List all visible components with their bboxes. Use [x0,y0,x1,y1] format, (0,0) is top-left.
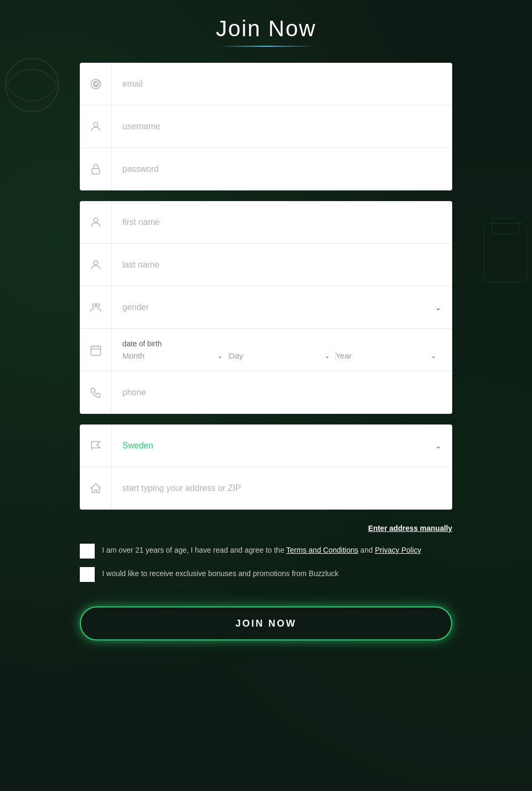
svg-point-7 [94,218,98,222]
firstname-row [80,201,452,244]
gender-select[interactable]: gender Male Female Other [122,303,442,312]
join-now-button[interactable]: JOIN NOW [80,606,452,640]
phone-input[interactable] [122,384,442,402]
checkbox-row-2: I would like to receive exclusive bonuse… [80,567,452,582]
checkbox-row-1: I am over 21 years of age, I have read a… [80,544,452,559]
submit-section: JOIN NOW [80,606,452,640]
user-icon-3 [80,244,112,286]
email-row: @ [80,63,452,105]
form-card-credentials: @ [80,63,452,190]
dob-row: date of birth Month JanuaryFebruaryMarch… [80,329,452,371]
phone-icon [80,371,112,414]
phone-field-wrap [112,384,452,402]
privacy-link[interactable]: Privacy Policy [375,546,421,554]
home-icon [80,467,112,510]
username-field-wrap [112,118,452,136]
day-select[interactable]: Day for(let i=1;i<=31;i++) document.writ… [229,351,330,360]
svg-rect-6 [92,169,99,174]
promotions-checkbox[interactable] [80,567,95,582]
email-input[interactable] [122,75,442,93]
calendar-icon [80,329,112,371]
phone-row [80,371,452,414]
dob-label: date of birth [122,339,162,348]
svg-point-9 [93,304,96,307]
enter-address-section: Enter address manually [80,523,452,533]
svg-rect-1 [484,223,527,282]
lastname-input[interactable] [122,256,442,274]
gender-row: gender Male Female Other ⌄ [80,286,452,329]
year-select-wrap: Year for(let i=2005;i>=1920;i--) documen… [336,351,442,360]
users-icon [80,286,112,328]
user-icon-2 [80,201,112,243]
title-underline [218,46,314,47]
svg-point-8 [94,261,98,265]
svg-point-10 [96,304,99,307]
password-row [80,148,452,190]
lastname-field-wrap [112,256,452,274]
year-select[interactable]: Year for(let i=2005;i>=1920;i--) documen… [336,351,437,360]
terms-checkbox[interactable] [80,544,95,559]
flag-icon [80,424,112,467]
password-field-wrap [112,160,452,178]
lock-icon [80,148,112,190]
svg-text:@: @ [93,79,100,88]
svg-rect-2 [492,218,519,234]
terms-link[interactable]: Terms and Conditions [286,546,358,554]
svg-point-0 [5,59,59,112]
password-input[interactable] [122,160,442,178]
username-input[interactable] [122,118,442,136]
firstname-input[interactable] [122,213,442,231]
month-select[interactable]: Month JanuaryFebruaryMarch AprilMayJune … [122,351,224,360]
username-row [80,105,452,148]
form-card-location: Sweden United States United Kingdom Cana… [80,424,452,510]
country-select-wrap: Sweden United States United Kingdom Cana… [112,441,452,450]
email-field-wrap [112,75,452,93]
address-input[interactable] [122,479,442,497]
day-select-wrap: Day for(let i=1;i<=31;i++) document.writ… [229,351,335,360]
form-card-personal: gender Male Female Other ⌄ date of birth… [80,201,452,414]
page-title: Join Now [216,16,317,41]
svg-point-5 [94,122,98,127]
dob-fields-wrap: date of birth Month JanuaryFebruaryMarch… [112,339,452,360]
terms-text: I am over 21 years of age, I have read a… [102,544,421,556]
address-row [80,467,452,510]
address-field-wrap [112,479,452,497]
month-select-wrap: Month JanuaryFebruaryMarch AprilMayJune … [122,351,229,360]
checkbox-section: I am over 21 years of age, I have read a… [80,544,452,590]
email-icon: @ [80,63,112,105]
dob-selects: Month JanuaryFebruaryMarch AprilMayJune … [122,351,442,360]
country-row: Sweden United States United Kingdom Cana… [80,424,452,467]
svg-rect-11 [91,346,101,355]
promotions-text: I would like to receive exclusive bonuse… [102,567,338,579]
lastname-row [80,244,452,286]
firstname-field-wrap [112,213,452,231]
country-select[interactable]: Sweden United States United Kingdom Cana… [122,441,442,450]
enter-address-manually-link[interactable]: Enter address manually [368,524,452,532]
gender-select-wrap: gender Male Female Other ⌄ [112,303,452,312]
user-icon-1 [80,105,112,147]
